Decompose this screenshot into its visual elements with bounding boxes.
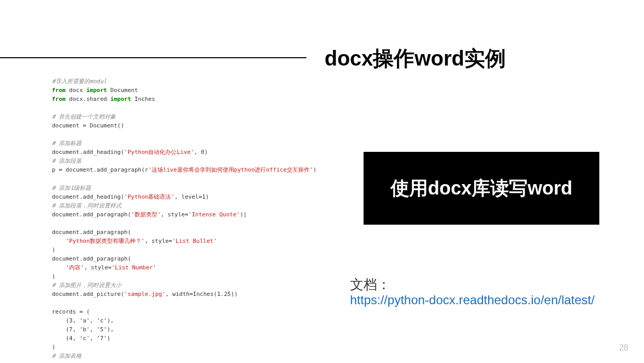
code-text: Inches xyxy=(131,96,155,102)
code-text: ) xyxy=(313,166,317,173)
code-text: document.add_heading( xyxy=(52,193,124,200)
code-text: records = ( xyxy=(52,308,90,315)
code-text: document.add_paragraph( xyxy=(52,255,131,262)
divider-line xyxy=(0,57,306,58)
page-number: 28 xyxy=(619,343,628,353)
code-text: (7, 'b', '5'), xyxy=(52,326,114,333)
code-text: docx.shared xyxy=(66,96,111,102)
slide-title: docx操作word实例 xyxy=(325,44,506,73)
code-string: 'sample.jpg' xyxy=(124,291,165,297)
kw: from xyxy=(52,96,66,102)
kw: from xyxy=(52,87,66,94)
code-text: document.add_picture( xyxy=(52,291,124,297)
kw: import xyxy=(86,87,107,94)
code-string: 'Python数据类型有哪几种？' xyxy=(66,238,145,244)
code-comment: # 添加表格 xyxy=(52,353,82,359)
code-text: document.add_heading( xyxy=(52,149,124,155)
code-string: 'List Number' xyxy=(112,264,156,271)
code-string: 'Intense Quote' xyxy=(189,211,240,218)
code-comment: # 添加图片，同时设置大小 xyxy=(52,282,122,289)
code-text: ) xyxy=(52,273,56,280)
code-text: , level=1) xyxy=(175,193,209,200)
code-text: , style= xyxy=(84,264,112,271)
code-string: '数据类型' xyxy=(131,211,160,218)
code-comment: # 添加1级标题 xyxy=(52,185,91,191)
code-text: , style= xyxy=(161,211,189,218)
code-text: , 0) xyxy=(194,149,208,155)
code-comment: # 添加段落，同时设置样式 xyxy=(52,202,122,209)
code-string: 'Python自动化办公Live' xyxy=(124,149,194,155)
code-text: , style= xyxy=(144,238,172,244)
code-text: Document xyxy=(107,87,138,94)
code-text: ) xyxy=(240,211,244,218)
code-string: 'Python基础语法' xyxy=(124,193,175,200)
code-text: p = document.add_paragraph(r xyxy=(52,166,148,173)
code-comment: #导入所需要的modul xyxy=(52,78,107,85)
code-comment: # 首先创建一个文档对象 xyxy=(52,113,116,120)
doc-label: 文档： xyxy=(350,276,391,294)
code-text: document.add_paragraph( xyxy=(52,211,131,218)
code-text: , width=Inches(1.25)) xyxy=(166,291,238,297)
highlight-banner: 使用docx库读写word xyxy=(364,152,599,225)
code-text: ) xyxy=(52,344,56,351)
doc-link[interactable]: https://python-docx.readthedocs.io/en/la… xyxy=(350,293,595,307)
code-text: document.add_paragraph( xyxy=(52,229,131,236)
code-string: '这场live里你将会学到如何使用python进行office交互操作' xyxy=(148,166,313,173)
code-text: (4, 'c', '7') xyxy=(52,335,111,342)
cursor: | xyxy=(244,211,247,218)
code-text: document = Document() xyxy=(52,122,124,129)
code-string: 'List Bullet' xyxy=(172,238,217,244)
code-text: (3, 'a', 'c'), xyxy=(52,317,114,324)
code-sample: #导入所需要的modul from docx import Document f… xyxy=(52,77,296,363)
kw: import xyxy=(111,96,131,102)
code-comment: # 添加段落 xyxy=(52,158,82,164)
banner-text: 使用docx库读写word xyxy=(391,176,572,201)
code-text: ) xyxy=(52,247,56,253)
slide: docx操作word实例 #导入所需要的modul from docx impo… xyxy=(0,0,644,363)
code-text: docx xyxy=(66,87,87,94)
code-comment: # 添加标题 xyxy=(52,140,82,147)
code-string: '内容' xyxy=(66,264,84,271)
